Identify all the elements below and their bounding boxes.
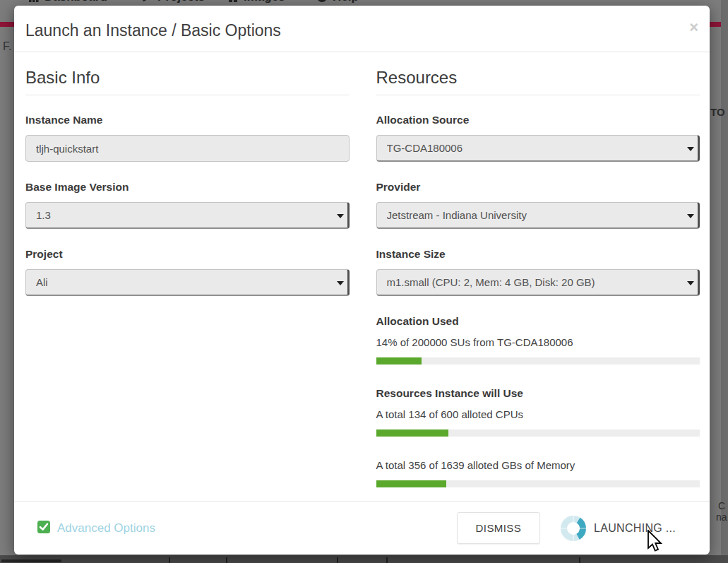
bar-chart-icon <box>28 0 40 3</box>
nav-label: Dashboard <box>44 0 107 4</box>
section-heading-basic-info: Basic Info <box>25 68 350 95</box>
dismiss-button[interactable]: DISMISS <box>457 512 540 544</box>
allocation-used-progressbar <box>376 357 700 365</box>
nav-item-images: Images <box>227 0 285 4</box>
allocation-used-label: Allocation Used <box>376 315 700 328</box>
background-text-fragment: na <box>716 511 727 523</box>
allocation-source-select[interactable]: TG-CDA180006 <box>376 135 700 162</box>
memory-usage-text: A total 356 of 1639 alloted GBs of Memor… <box>376 459 700 471</box>
dropdown-arrow-icon <box>687 281 694 285</box>
background-table-lines <box>169 557 170 563</box>
nav-label: Projects <box>157 0 205 4</box>
modal-footer: Advanced Options DISMISS LAUNCHING ... <box>14 501 710 555</box>
section-heading-resources: Resources <box>376 68 700 95</box>
provider-label: Provider <box>376 181 700 194</box>
nav-item-dashboard: Dashboard <box>28 0 107 4</box>
nav-item-projects: Projects <box>141 0 205 4</box>
nav-item-help: ? Help <box>316 0 359 4</box>
select-value: TG-CDA180006 <box>387 142 688 154</box>
progress-fill <box>376 480 446 487</box>
background-table-lines <box>579 557 580 563</box>
nav-label: Help <box>333 0 359 4</box>
background-text-fragment: C <box>718 500 725 511</box>
dropdown-arrow-icon <box>687 147 694 151</box>
select-value: 1.3 <box>36 209 338 221</box>
allocation-source-label: Allocation Source <box>376 114 700 126</box>
allocation-used-text: 14% of 200000 SUs from TG-CDA180006 <box>376 336 700 348</box>
base-image-version-select[interactable]: 1.3 <box>25 202 350 229</box>
cpu-usage-progressbar <box>376 429 700 437</box>
progress-fill <box>376 357 422 365</box>
background-table-lines <box>226 557 227 563</box>
background-text-fragment: F. <box>3 40 11 53</box>
dropdown-arrow-icon <box>337 214 344 218</box>
svg-text:?: ? <box>320 0 324 1</box>
instance-name-label: Instance Name <box>25 114 350 126</box>
background-navbar: Dashboard Projects Images ? Help <box>0 0 728 6</box>
instance-name-input[interactable] <box>25 135 350 162</box>
select-value: Ali <box>36 276 338 288</box>
instance-resources-label: Resources Instance will Use <box>376 387 700 400</box>
background-right-column <box>721 0 728 555</box>
cpu-usage-text: A total 134 of 600 alloted CPUs <box>376 408 700 420</box>
progress-fill <box>376 429 448 437</box>
base-image-version-label: Base Image Version <box>25 181 350 194</box>
background-table-lines <box>1 559 61 562</box>
basic-info-section: Basic Info Instance Name Base Image Vers… <box>25 68 350 501</box>
background-text-fragment: TO <box>710 106 725 118</box>
launch-instance-modal: Launch an Instance / Basic Options × Bas… <box>14 6 710 555</box>
project-select[interactable]: Ali <box>25 269 350 296</box>
project-label: Project <box>25 248 350 261</box>
modal-title: Launch an Instance / Basic Options <box>25 21 698 40</box>
mouse-cursor <box>646 530 664 558</box>
advanced-options-link[interactable]: Advanced Options <box>37 520 155 537</box>
pencil-icon <box>141 0 153 3</box>
resources-section: Resources Allocation Source TG-CDA180006… <box>376 68 700 501</box>
select-value: Jetstream - Indiana University <box>387 209 688 221</box>
close-icon[interactable]: × <box>689 20 698 35</box>
dropdown-arrow-icon <box>337 281 344 285</box>
background-table-lines <box>386 557 388 563</box>
dropdown-arrow-icon <box>687 214 694 218</box>
select-value: m1.small (CPU: 2, Mem: 4 GB, Disk: 20 GB… <box>387 276 688 288</box>
background-table-lines <box>337 557 338 563</box>
modal-body: Basic Info Instance Name Base Image Vers… <box>14 52 710 501</box>
images-icon <box>227 0 239 3</box>
modal-header: Launch an Instance / Basic Options × <box>14 6 710 52</box>
provider-select[interactable]: Jetstream - Indiana University <box>376 202 700 229</box>
instance-size-label: Instance Size <box>376 248 700 261</box>
spinner-icon <box>560 515 587 542</box>
instance-size-select[interactable]: m1.small (CPU: 2, Mem: 4 GB, Disk: 20 GB… <box>376 269 700 296</box>
help-icon: ? <box>316 0 328 3</box>
nav-label: Images <box>244 0 285 4</box>
memory-usage-progressbar <box>376 480 700 487</box>
background-table-strip <box>0 555 728 563</box>
advanced-options-label: Advanced Options <box>57 521 155 535</box>
check-square-icon <box>37 520 51 537</box>
